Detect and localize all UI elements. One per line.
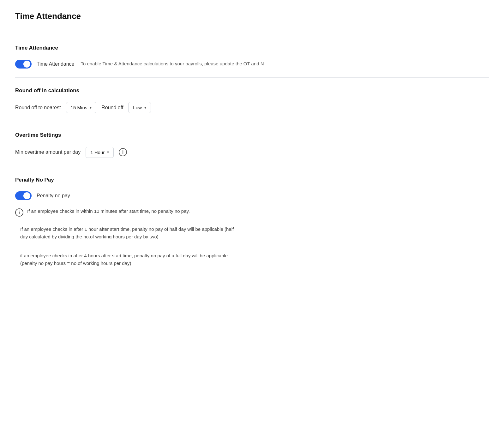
time-attendance-toggle-wrapper: Time Attendance — [15, 60, 74, 69]
penalty-detail-2: if an employee checks in after 4 hours a… — [20, 252, 241, 267]
penalty-info-text: If an employee checks in within 10 minut… — [27, 208, 190, 215]
penalty-toggle[interactable] — [15, 191, 32, 200]
nearest-dropdown-value: 15 Mins — [71, 105, 87, 110]
penalty-section: Penalty No Pay Penalty no pay i If an em… — [15, 167, 489, 276]
time-attendance-toggle[interactable] — [15, 60, 32, 69]
nearest-dropdown[interactable]: 15 Mins ▾ — [66, 102, 97, 113]
round-off-dropdown[interactable]: Low ▾ — [128, 102, 151, 113]
overtime-section: Overtime Settings Min overtime amount pe… — [15, 122, 489, 167]
round-off-row: Round off to nearest 15 Mins ▾ Round off… — [15, 102, 489, 113]
overtime-min-dropdown[interactable]: 1 Hour ▾ — [86, 147, 114, 158]
penalty-toggle-wrapper: Penalty no pay — [15, 191, 489, 200]
round-off-dropdown-chevron: ▾ — [144, 105, 146, 110]
overtime-info-icon[interactable]: i — [119, 148, 127, 156]
time-attendance-description: To enable Time & Attendance calculations… — [81, 60, 489, 68]
penalty-toggle-label: Penalty no pay — [37, 192, 70, 200]
overtime-min-label: Min overtime amount per day — [15, 148, 81, 156]
round-off-to-nearest-label: Round off to nearest — [15, 104, 61, 111]
penalty-detail-block: If an employee checks in after 1 hour af… — [15, 225, 489, 267]
time-attendance-toggle-label: Time Attendance — [37, 60, 74, 68]
time-attendance-section-title: Time Attendance — [15, 44, 489, 52]
overtime-section-title: Overtime Settings — [15, 131, 489, 139]
penalty-info-icon: i — [15, 208, 23, 217]
page-container: Time Attendance Time Attendance Time Att… — [0, 0, 504, 286]
nearest-dropdown-chevron: ▾ — [90, 105, 92, 110]
round-off-section-title: Round off in calculations — [15, 87, 489, 95]
penalty-detail-1: If an employee checks in after 1 hour af… — [20, 225, 241, 241]
penalty-section-title: Penalty No Pay — [15, 176, 489, 184]
overtime-row: Min overtime amount per day 1 Hour ▾ i — [15, 147, 489, 158]
round-off-label: Round off — [101, 104, 123, 111]
round-off-dropdown-value: Low — [133, 105, 142, 110]
time-attendance-slider — [15, 60, 32, 69]
time-attendance-row: Time Attendance To enable Time & Attenda… — [15, 60, 489, 69]
page-title: Time Attendance — [15, 10, 489, 22]
penalty-info-block: i If an employee checks in within 10 min… — [15, 208, 489, 217]
overtime-min-chevron: ▾ — [107, 150, 109, 154]
time-attendance-section: Time Attendance Time Attendance To enabl… — [15, 35, 489, 78]
overtime-min-value: 1 Hour — [90, 150, 105, 155]
round-off-section: Round off in calculations Round off to n… — [15, 78, 489, 123]
penalty-slider — [15, 191, 32, 200]
